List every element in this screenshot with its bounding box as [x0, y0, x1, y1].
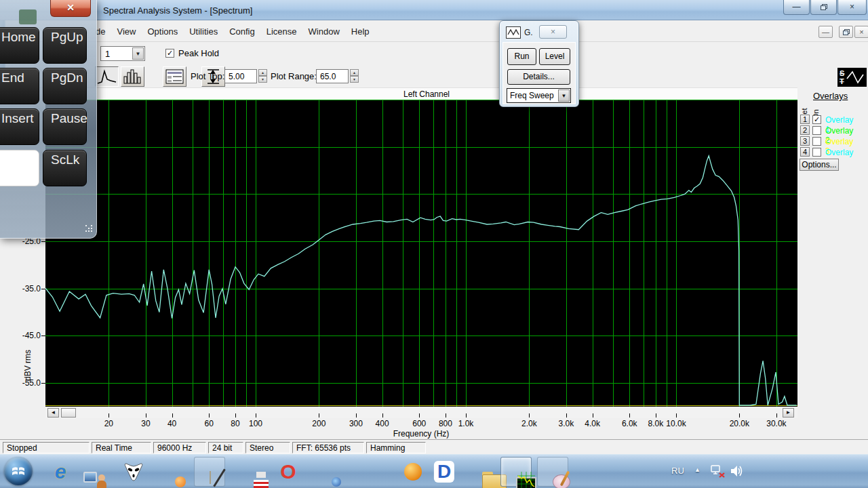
- overlay-set-button-4[interactable]: 4: [800, 147, 810, 157]
- overlays-heading: Overlays: [813, 91, 848, 101]
- speaker-icon[interactable]: [730, 464, 745, 478]
- channel-title-strip: Left Channel: [5, 88, 797, 100]
- spinner-up-icon[interactable]: ▲: [350, 69, 359, 76]
- chevron-down-icon[interactable]: ▼: [558, 89, 570, 102]
- generator-close-button[interactable]: ×: [539, 25, 567, 39]
- x-tick-label: 3.0k: [559, 419, 574, 428]
- taskbar-foobar2000-icon[interactable]: [118, 457, 149, 487]
- menu-item-license[interactable]: License: [267, 20, 297, 37]
- histogram-button[interactable]: [121, 66, 144, 87]
- taskbar-floppy-save-icon[interactable]: [236, 457, 267, 487]
- scroll-left-icon[interactable]: ◄: [47, 408, 59, 418]
- taskbar-opera-icon[interactable]: O: [273, 457, 304, 487]
- x-tick-label: 80: [231, 419, 239, 428]
- level-button[interactable]: Level: [539, 48, 570, 65]
- spinner-down-icon[interactable]: ▼: [258, 76, 267, 83]
- taskbar-firefox-icon[interactable]: [311, 457, 342, 487]
- app-title: Spectral Analysis System - [Spectrum]: [103, 5, 252, 16]
- spinner-up-icon[interactable]: ▲: [258, 69, 267, 76]
- taskbar-journal-icon[interactable]: [194, 457, 225, 487]
- x-tick-mark: [419, 413, 420, 418]
- generator-body: Run Level Details... Freq Sweep ▼: [502, 42, 576, 104]
- minimize-button[interactable]: —: [783, 0, 810, 15]
- chevron-down-icon[interactable]: ▼: [132, 47, 144, 60]
- mdi-minimize-button[interactable]: —: [818, 26, 833, 38]
- taskbar-orange-app-icon[interactable]: [397, 457, 429, 487]
- taskbar-paint-icon[interactable]: [537, 457, 568, 487]
- overlays-panel: Overlays Set On 1✓Overlay 12Overlay 23Ov…: [797, 87, 868, 407]
- overlay-set-button-1[interactable]: 1: [800, 115, 810, 124]
- spinner-down-icon[interactable]: ▼: [350, 76, 359, 83]
- plot-top-spinner[interactable]: ▲ ▼: [258, 69, 267, 83]
- plot-range-spinner[interactable]: ▲ ▼: [350, 69, 359, 83]
- overlays-options-button[interactable]: Options...: [800, 159, 839, 171]
- signal-type-select[interactable]: Freq Sweep ▼: [507, 88, 571, 103]
- x-tick-label: 30: [141, 419, 150, 428]
- hidden-icons-chevron[interactable]: ▲: [694, 466, 701, 473]
- x-tick-label: 400: [376, 419, 389, 428]
- scroll-right-icon[interactable]: ►: [783, 408, 794, 418]
- osk-key-blank[interactable]: [0, 150, 39, 186]
- menu-item-utilities[interactable]: Utilities: [189, 20, 218, 37]
- overlay-on-checkbox-2[interactable]: [812, 126, 821, 135]
- overlay-on-checkbox-1[interactable]: ✓: [812, 115, 821, 124]
- x-tick-mark: [629, 413, 630, 418]
- x-tick-mark: [146, 413, 146, 418]
- taskbar-potplayer-icon[interactable]: D: [429, 457, 460, 487]
- menu-item-view[interactable]: View: [117, 20, 136, 37]
- osk-key-home[interactable]: Home: [0, 27, 39, 64]
- menu-item-help[interactable]: Help: [351, 20, 370, 37]
- taskbar-media-player-icon[interactable]: [155, 457, 186, 487]
- x-tick-mark: [319, 413, 319, 418]
- x-tick-label: 6.0k: [622, 419, 637, 428]
- mdi-restore-button[interactable]: [839, 26, 853, 38]
- scrollbar-thumb[interactable]: [61, 408, 76, 418]
- taskbar-explorer-folder-icon[interactable]: [467, 457, 498, 487]
- osk-key-insert[interactable]: Insert: [0, 108, 39, 145]
- signal-trigger-icon[interactable]: S T: [837, 68, 867, 87]
- keyboard-close-button[interactable]: ✕: [50, 0, 91, 17]
- menu-item-window[interactable]: Window: [309, 20, 340, 37]
- menu-item-config[interactable]: Config: [229, 20, 255, 37]
- plot-range-input[interactable]: 65.0: [316, 69, 349, 83]
- osk-key-pgdn[interactable]: PgDn: [43, 68, 87, 104]
- overlay-on-checkbox-4[interactable]: [812, 148, 821, 157]
- taskbar-remote-user-icon[interactable]: [81, 457, 113, 487]
- resize-grip[interactable]: [85, 225, 94, 233]
- peak-hold-checkbox[interactable]: ✓: [165, 49, 174, 58]
- maximize-button[interactable]: [810, 0, 837, 15]
- network-status-icon[interactable]: [711, 464, 726, 478]
- x-tick-label: 10.0k: [666, 419, 686, 428]
- start-button[interactable]: [4, 457, 33, 485]
- taskbar-spectrum-analyzer-icon[interactable]: [500, 457, 532, 487]
- menu-item-options[interactable]: Options: [147, 20, 178, 37]
- foobar2000-icon: [123, 462, 144, 482]
- channel-select[interactable]: 1 ▼: [100, 46, 145, 61]
- peak-hold-label: Peak Hold: [178, 48, 219, 58]
- run-button[interactable]: Run: [507, 48, 536, 65]
- spectrum-curve-button[interactable]: [95, 66, 119, 87]
- language-indicator[interactable]: RU: [671, 466, 684, 476]
- horizontal-scrollbar[interactable]: ◄ ►: [45, 407, 797, 418]
- plot-top-input[interactable]: 5.00: [224, 69, 257, 83]
- y-tick-label: -55.0: [9, 378, 41, 388]
- x-tick-mark: [466, 413, 467, 418]
- spectrum-plot[interactable]: [45, 100, 797, 407]
- overlay-on-checkbox-3[interactable]: [812, 137, 821, 146]
- menu-item-de[interactable]: de: [96, 20, 105, 37]
- overlay-set-button-2[interactable]: 2: [800, 125, 810, 135]
- mdi-close-button[interactable]: ×: [854, 26, 868, 38]
- taskbar-internet-explorer-icon[interactable]: e: [45, 457, 76, 487]
- overlay-set-button-3[interactable]: 3: [800, 136, 810, 146]
- osk-key-pause[interactable]: Pause: [43, 108, 87, 145]
- mdi-restore-icon: [843, 29, 849, 35]
- signal-type-value: Freq Sweep: [510, 91, 557, 100]
- osk-key-end[interactable]: End: [0, 68, 39, 104]
- details-list-button[interactable]: [163, 66, 186, 87]
- y-tick-label: -45.0: [9, 331, 41, 340]
- osk-key-sclk[interactable]: ScLk: [43, 150, 87, 186]
- details-button[interactable]: Details...: [507, 69, 570, 85]
- spectrum-plot-svg: [45, 100, 797, 407]
- osk-key-pgup[interactable]: PgUp: [43, 27, 87, 64]
- close-button[interactable]: ×: [837, 0, 867, 15]
